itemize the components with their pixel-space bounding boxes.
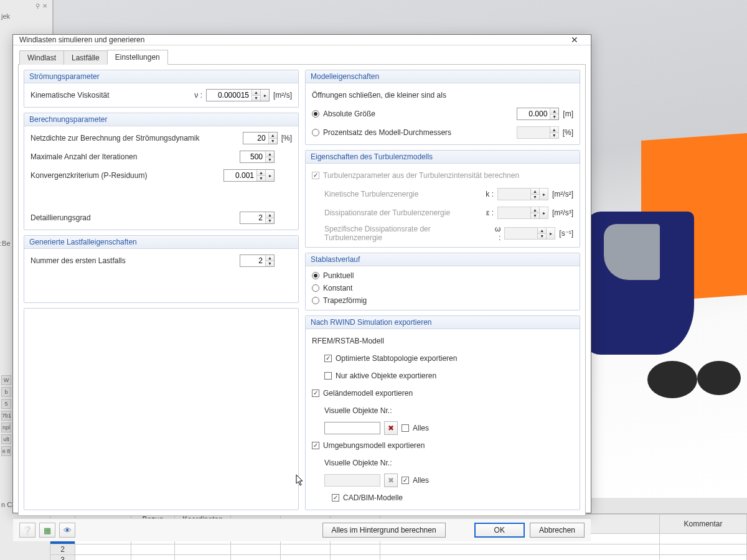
radio-percent-size[interactable]: Prozentsatz des Modell-Durchmessers bbox=[312, 128, 451, 137]
spec-diss-label: Spezifische Dissipationsrate der Turbule… bbox=[324, 225, 487, 242]
absolute-size-input[interactable]: ▲▼ bbox=[517, 108, 559, 120]
right-column: Modelleigenschaften Öffnungen schließen,… bbox=[305, 70, 580, 510]
spin-down-icon[interactable]: ▼ bbox=[266, 157, 274, 163]
check-all-2[interactable]: Alles bbox=[402, 476, 429, 485]
tab-panel-settings: Strömungsparameter Kinematische Viskosit… bbox=[18, 64, 586, 516]
viscosity-symbol: ν : bbox=[192, 91, 202, 100]
truck-model bbox=[573, 137, 747, 398]
spin-up-icon[interactable]: ▲ bbox=[257, 170, 265, 175]
strip-icon: W bbox=[1, 375, 11, 385]
mesh-density-input[interactable]: ▲▼ bbox=[243, 132, 278, 144]
eye-icon[interactable]: 👁 bbox=[59, 523, 75, 538]
th-kommentar[interactable]: Kommentar bbox=[660, 515, 747, 534]
spin-down-icon: ▼ bbox=[550, 133, 558, 139]
help-icon[interactable]: ❔ bbox=[19, 523, 35, 538]
group-header: Nach RWIND Simulation exportieren bbox=[306, 316, 580, 329]
tab-lastfaelle[interactable]: Lastfälle bbox=[63, 50, 108, 65]
delete-icon: ✖ bbox=[384, 474, 398, 487]
strip-icon: e 8 bbox=[1, 446, 11, 456]
dialog-titlebar[interactable]: Windlasten simulieren und generieren ✕ bbox=[13, 35, 591, 45]
group-header: Stablastverlauf bbox=[306, 253, 580, 266]
calculator-icon[interactable]: ▦ bbox=[39, 523, 55, 538]
visual-objects-input-1[interactable] bbox=[324, 422, 380, 434]
kin-turb-input: ▲▼▸ bbox=[497, 188, 548, 200]
dialog-title: Windlasten simulieren und generieren bbox=[19, 35, 562, 44]
group-header: Strömungsparameter bbox=[24, 70, 298, 83]
detail-input[interactable]: ▲▼ bbox=[240, 212, 275, 224]
radio-absolute-size[interactable]: Absolute Größe bbox=[312, 110, 375, 118]
wind-simulation-dialog: Windlasten simulieren und generieren ✕ W… bbox=[12, 34, 591, 513]
background-calc-button[interactable]: Alles im Hintergrund berechnen bbox=[322, 523, 446, 538]
sidebar-close-icon[interactable]: ✕ bbox=[42, 2, 49, 9]
spin-up-icon: ▲ bbox=[550, 127, 558, 133]
check-all-1[interactable]: Alles bbox=[402, 424, 429, 432]
strip-icon: 7b1 bbox=[1, 411, 11, 421]
tab-strip: Windlast Lastfälle Einstellungen bbox=[18, 49, 586, 64]
spin-down-icon[interactable]: ▼ bbox=[266, 261, 274, 267]
mesh-density-label: Netzdichte zur Berechnung der Strömungsd… bbox=[31, 134, 239, 142]
sidebar-text: :Be bbox=[0, 240, 11, 247]
radio-punktuell[interactable]: Punktuell bbox=[312, 271, 573, 280]
check-env-model[interactable]: Umgebungsmodell exportieren bbox=[312, 441, 425, 450]
group-stablast: Stablastverlauf Punktuell Konstant Trape… bbox=[305, 253, 580, 310]
table-row[interactable]: 2 bbox=[50, 544, 747, 555]
group-flow-params: Strömungsparameter Kinematische Viskosit… bbox=[24, 70, 299, 108]
spin-down-icon[interactable]: ▼ bbox=[266, 218, 274, 224]
close-button[interactable]: ✕ bbox=[562, 35, 587, 45]
viscosity-label: Kinematische Viskosität bbox=[31, 91, 189, 100]
visual-objects-label-1: Visuelle Objekte Nr.: bbox=[324, 406, 392, 415]
radio-trapez[interactable]: Trapezförmig bbox=[312, 296, 573, 305]
group-header: Generierte Lastfalleigenschaften bbox=[24, 236, 298, 249]
visual-objects-input-2 bbox=[324, 474, 380, 487]
sidebar-pin-icon[interactable]: ⚲ bbox=[35, 2, 40, 9]
step-right-icon[interactable]: ▸ bbox=[260, 90, 269, 101]
mesh-density-unit: [%] bbox=[281, 134, 292, 142]
spin-up-icon[interactable]: ▲ bbox=[266, 151, 274, 157]
spin-up-icon[interactable]: ▲ bbox=[269, 133, 277, 138]
check-active-only[interactable]: Nur aktive Objekte exportieren bbox=[324, 371, 436, 380]
step-right-icon[interactable]: ▸ bbox=[265, 170, 274, 181]
left-icon-strip: W b 5 7b1 npl ult e 8 bbox=[0, 373, 12, 458]
tab-windlast[interactable]: Windlast bbox=[19, 50, 64, 65]
sidebar-text: jek bbox=[1, 12, 10, 20]
spin-up-icon[interactable]: ▲ bbox=[550, 108, 558, 114]
first-loadcase-label: Nummer des ersten Lastfalls bbox=[31, 256, 236, 265]
check-terrain-model[interactable]: Geländemodell exportieren bbox=[312, 389, 413, 398]
spin-up-icon[interactable]: ▲ bbox=[252, 90, 260, 95]
spin-up-icon[interactable]: ▲ bbox=[266, 255, 274, 261]
first-loadcase-input[interactable]: ▲▼ bbox=[240, 254, 275, 267]
group-header: Berechnungsparameter bbox=[24, 113, 298, 126]
delete-icon[interactable]: ✖ bbox=[384, 421, 398, 435]
radio-konstant[interactable]: Konstant bbox=[312, 284, 573, 292]
spin-down-icon[interactable]: ▼ bbox=[257, 175, 265, 182]
strip-icon: b bbox=[1, 387, 11, 397]
cancel-button[interactable]: Abbrechen bbox=[530, 523, 585, 538]
spin-down-icon[interactable]: ▼ bbox=[252, 95, 260, 101]
percent-size-input: ▲▼ bbox=[517, 126, 559, 139]
check-opt-topology[interactable]: Optimierte Stabtopologie exportieren bbox=[324, 354, 457, 363]
max-iter-label: Maximale Anzahl der Iterationen bbox=[31, 152, 236, 161]
group-export: Nach RWIND Simulation exportieren RFEM/R… bbox=[305, 315, 580, 510]
absolute-size-unit: [m] bbox=[563, 110, 573, 118]
spin-down-icon[interactable]: ▼ bbox=[550, 114, 558, 120]
spin-down-icon[interactable]: ▼ bbox=[269, 138, 277, 144]
check-cad-bim[interactable]: CAD/BIM-Modelle bbox=[332, 493, 403, 502]
dialog-footer: ❔ ▦ 👁 Alles im Hintergrund berechnen OK … bbox=[13, 518, 591, 541]
max-iter-input[interactable]: ▲▼ bbox=[240, 151, 275, 163]
diss-rate-input: ▲▼▸ bbox=[497, 207, 548, 219]
ok-button[interactable]: OK bbox=[474, 523, 525, 538]
group-loadcase-props: Generierte Lastfalleigenschaften Nummer … bbox=[24, 235, 299, 303]
diss-rate-label: Dissipationsrate der Turbulenzenergie bbox=[324, 208, 480, 217]
strip-icon: ult bbox=[1, 434, 11, 444]
group-header: Eigenschaften des Turbulenzmodells bbox=[306, 151, 580, 164]
strip-icon: 5 bbox=[1, 399, 11, 409]
kin-turb-label: Kinetische Turbulenzenergie bbox=[324, 190, 480, 198]
spin-up-icon[interactable]: ▲ bbox=[266, 212, 274, 218]
tab-einstellungen[interactable]: Einstellungen bbox=[107, 50, 168, 65]
group-turbulence: Eigenschaften des Turbulenzmodells Turbu… bbox=[305, 150, 580, 248]
conv-crit-label: Konvergenzkriterium (P-Residuum) bbox=[31, 171, 220, 180]
conv-crit-input[interactable]: ▲▼ ▸ bbox=[223, 169, 275, 182]
left-column: Strömungsparameter Kinematische Viskosit… bbox=[24, 70, 299, 510]
viscosity-input[interactable]: ▲▼ ▸ bbox=[206, 89, 270, 101]
table-row[interactable]: 3 bbox=[50, 555, 747, 561]
